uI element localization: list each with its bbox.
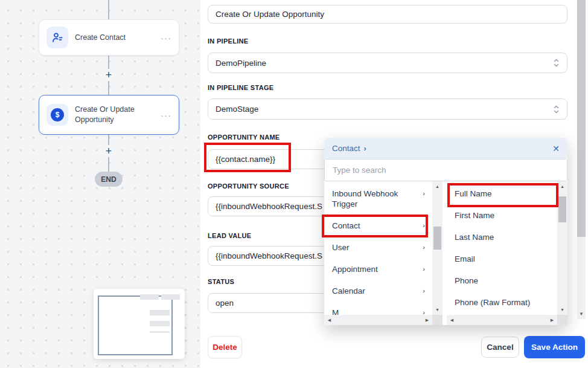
- canvas-minimap[interactable]: [94, 289, 185, 359]
- field-list: Full NameFirst NameLast NameEmailPhonePh…: [447, 181, 557, 315]
- workflow-canvas[interactable]: Create Contact ··· + $ Create Or Update …: [0, 0, 200, 368]
- chevron-right-icon: ›: [423, 221, 430, 231]
- category-hscrollbar[interactable]: ◀ ▶: [324, 315, 443, 325]
- category-column: Inbound Webhook Trigger›Contact›User›App…: [324, 181, 443, 325]
- minimap-node-bar: [150, 321, 170, 326]
- field-label: Full Name: [455, 189, 492, 199]
- chevron-right-icon: ›: [423, 189, 430, 199]
- contact-icon: [46, 27, 68, 48]
- scroll-left-arrow-icon[interactable]: ◀: [324, 315, 334, 325]
- category-item-inbound-webhook-trigger[interactable]: Inbound Webhook Trigger›: [324, 183, 432, 214]
- category-item-contact[interactable]: Contact›: [324, 215, 432, 236]
- cancel-button[interactable]: Cancel: [481, 337, 519, 358]
- add-step-button[interactable]: +: [103, 69, 115, 81]
- field-item-phone[interactable]: Phone: [447, 270, 557, 291]
- save-action-button[interactable]: Save Action: [524, 336, 585, 358]
- minimap-node-bar: [161, 294, 180, 300]
- opportunity-source-label: OPPORTUNITY SOURCE: [208, 182, 289, 190]
- add-step-button[interactable]: +: [103, 145, 115, 157]
- picker-body: Inbound Webhook Trigger›Contact›User›App…: [324, 181, 567, 325]
- picker-search-input[interactable]: [324, 159, 567, 181]
- scrollbar-thumb[interactable]: [433, 227, 441, 250]
- end-node: END: [95, 172, 123, 187]
- workflow-action-editor: Create Contact ··· + $ Create Or Update …: [0, 0, 588, 368]
- field-item-last-name[interactable]: Last Name: [447, 227, 557, 247]
- pipeline-select-value: DemoPipeline: [216, 59, 266, 68]
- field-item-full-name[interactable]: Full Name: [447, 183, 557, 204]
- chevron-right-icon: ›: [364, 144, 366, 153]
- scroll-down-arrow-icon[interactable]: ▼: [432, 305, 443, 315]
- scroll-right-arrow-icon[interactable]: ▶: [547, 315, 557, 325]
- scroll-right-arrow-icon[interactable]: ▶: [422, 315, 432, 325]
- field-label: Email: [455, 254, 475, 264]
- node-label: Create Or Update Opportunity: [75, 105, 152, 125]
- category-list: Inbound Webhook Trigger›Contact›User›App…: [324, 181, 432, 315]
- node-create-contact[interactable]: Create Contact ···: [39, 19, 179, 56]
- lead-value-label: LEAD VALUE: [208, 232, 251, 239]
- category-scrollbar[interactable]: ▲ ▼: [432, 181, 443, 315]
- field-label: Last Name: [455, 232, 494, 242]
- opportunity-dollar-icon: $: [46, 104, 68, 126]
- pipeline-stage-select[interactable]: DemoStage: [208, 98, 567, 120]
- field-label: Phone (Raw Format): [455, 297, 530, 308]
- scroll-down-arrow-icon[interactable]: ▼: [577, 309, 586, 318]
- chevron-right-icon: ›: [423, 264, 430, 274]
- category-label: Appointment: [332, 264, 378, 274]
- in-pipeline-stage-label: IN PIPELINE STAGE: [208, 84, 273, 91]
- field-item-phone-raw-format[interactable]: Phone (Raw Format): [447, 292, 557, 312]
- minimap-node-bar: [150, 310, 170, 315]
- in-pipeline-label: IN PIPELINE: [208, 37, 248, 45]
- scroll-left-arrow-icon[interactable]: ◀: [447, 315, 457, 325]
- field-label: Phone: [455, 276, 478, 286]
- custom-values-picker: Contact › ✕ Inbound Webhook Trigger›Cont…: [324, 138, 567, 325]
- pipeline-select[interactable]: DemoPipeline: [208, 53, 567, 73]
- category-label: M: [332, 308, 339, 315]
- node-menu-icon[interactable]: ···: [161, 110, 171, 120]
- category-label: Contact: [332, 221, 360, 231]
- category-label: User: [332, 242, 350, 253]
- panel-scrollbar[interactable]: ▼: [577, 0, 586, 319]
- scrollbar-thumb[interactable]: [558, 196, 566, 222]
- delete-button[interactable]: Delete: [208, 336, 242, 358]
- select-updown-icon: [553, 57, 560, 68]
- node-label: Create Contact: [75, 33, 126, 43]
- category-item-appointment[interactable]: Appointment›: [324, 259, 432, 279]
- chevron-right-icon: ›: [423, 242, 430, 253]
- field-column: Full NameFirst NameLast NameEmailPhonePh…: [447, 181, 567, 325]
- connector-line: [108, 0, 109, 19]
- field-item-email[interactable]: Email: [447, 248, 557, 269]
- scroll-down-arrow-icon[interactable]: ▼: [557, 305, 567, 315]
- category-label: Calendar: [332, 286, 365, 296]
- column-gap: [443, 181, 447, 325]
- field-label: First Name: [455, 210, 494, 221]
- category-item-m[interactable]: M›: [324, 302, 432, 315]
- scroll-up-arrow-icon[interactable]: ▲: [432, 181, 443, 192]
- chevron-right-icon: ›: [423, 286, 430, 296]
- field-hscrollbar[interactable]: ◀ ▶: [447, 315, 567, 325]
- picker-breadcrumb[interactable]: Contact: [332, 144, 360, 153]
- select-updown-icon: [553, 104, 560, 115]
- status-label: STATUS: [208, 278, 234, 285]
- scroll-up-arrow-icon[interactable]: ▲: [557, 181, 567, 192]
- scrollbar-corner: [557, 315, 567, 325]
- pipeline-stage-select-value: DemoStage: [216, 105, 258, 114]
- category-label: Inbound Webhook Trigger: [332, 189, 423, 209]
- panel-scrollbar-thumb[interactable]: [577, 0, 586, 237]
- action-name-input[interactable]: [208, 5, 567, 24]
- minimap-node-bar: [140, 294, 159, 300]
- field-item-first-name[interactable]: First Name: [447, 205, 557, 225]
- field-scrollbar[interactable]: ▲ ▼: [557, 181, 567, 315]
- chevron-right-icon: ›: [423, 308, 430, 315]
- node-create-or-update-opportunity[interactable]: $ Create Or Update Opportunity ···: [39, 95, 179, 135]
- category-item-user[interactable]: User›: [324, 237, 432, 257]
- close-icon[interactable]: ✕: [552, 144, 560, 153]
- node-menu-icon[interactable]: ···: [161, 33, 171, 43]
- opportunity-name-label: OPPORTUNITY NAME: [208, 134, 280, 141]
- scrollbar-corner: [432, 315, 443, 325]
- category-item-calendar[interactable]: Calendar›: [324, 280, 432, 301]
- picker-header: Contact › ✕: [324, 138, 567, 159]
- minimap-node-bar: [150, 331, 170, 333]
